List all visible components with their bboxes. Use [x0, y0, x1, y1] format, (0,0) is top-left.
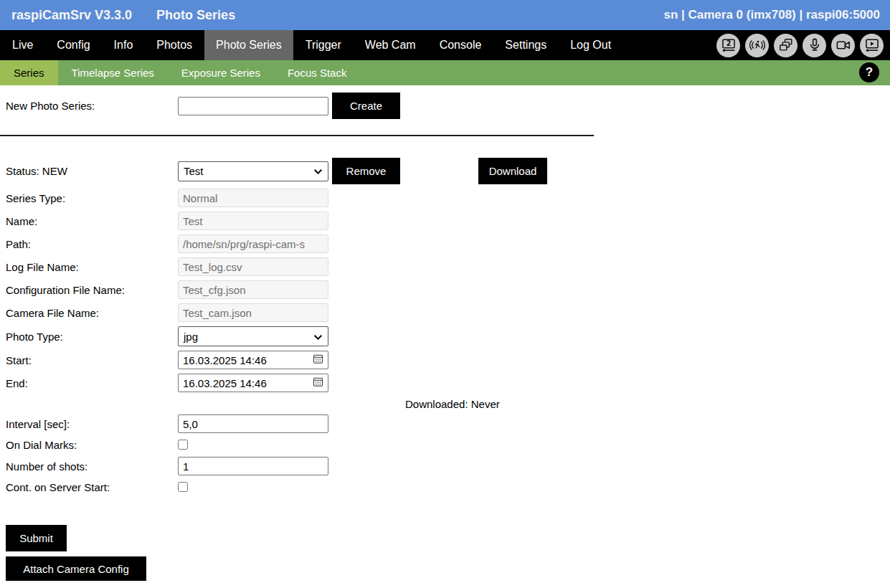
- remove-button[interactable]: Remove: [332, 158, 400, 184]
- new-photo-series-input[interactable]: [178, 97, 328, 115]
- downloaded-status: Downloaded: Never: [405, 398, 890, 410]
- log-file-name-field: [178, 257, 328, 276]
- on-dial-marks-checkbox[interactable]: [178, 440, 188, 450]
- video-camera-icon: [835, 37, 851, 53]
- nav-item-info[interactable]: Info: [103, 30, 145, 60]
- series-select-value: Test: [184, 165, 204, 177]
- calendar-icon: [313, 354, 323, 366]
- name-label: Name:: [6, 215, 178, 227]
- page-title: Photo Series: [156, 8, 235, 23]
- photo-series-button[interactable]: [774, 34, 797, 57]
- nav-item-live[interactable]: Live: [1, 30, 44, 60]
- tab-exposure-series[interactable]: Exposure Series: [168, 60, 274, 85]
- name-field: [178, 212, 328, 230]
- series-select[interactable]: Test: [178, 161, 328, 181]
- calendar-icon: [313, 376, 323, 389]
- series-type-label: Series Type:: [6, 192, 178, 204]
- nav-item-console[interactable]: Console: [428, 30, 493, 60]
- photo-type-select[interactable]: jpg: [178, 326, 328, 346]
- configuration-file-name-label: Configuration File Name:: [6, 284, 178, 296]
- submit-button[interactable]: Submit: [6, 525, 67, 551]
- log-file-name-label: Log File Name:: [6, 261, 178, 273]
- main-nav: Live Config Info Photos Photo Series Tri…: [0, 30, 890, 60]
- cont-on-server-start-checkbox[interactable]: [178, 482, 188, 492]
- title-bar: raspiCamSrv V3.3.0 Photo Series sn | Cam…: [0, 0, 890, 30]
- app-title: raspiCamSrv V3.3.0: [11, 8, 132, 23]
- nav-item-settings[interactable]: Settings: [493, 30, 558, 60]
- series-type-field: [178, 189, 328, 207]
- motion-detection-button[interactable]: [745, 34, 769, 57]
- create-button[interactable]: Create: [332, 93, 400, 119]
- end-datetime-value: 16.03.2025 14:46: [183, 377, 267, 389]
- section-divider: [0, 135, 594, 136]
- camera-file-name-label: Camera File Name:: [6, 307, 178, 319]
- attach-camera-config-button[interactable]: Attach Camera Config: [6, 556, 146, 581]
- tab-focus-stack[interactable]: Focus Stack: [274, 60, 361, 85]
- stream-player-button[interactable]: [860, 34, 884, 57]
- motion-detection-icon: [749, 37, 765, 53]
- nav-item-trigger[interactable]: Trigger: [294, 30, 353, 60]
- photo-type-value: jpg: [184, 331, 198, 343]
- download-button[interactable]: Download: [478, 158, 547, 184]
- chevron-down-icon: [313, 165, 323, 177]
- nav-item-web-cam[interactable]: Web Cam: [354, 30, 427, 60]
- camera-file-name-field: [178, 303, 328, 322]
- number-of-shots-input[interactable]: [178, 457, 328, 475]
- microphone-button[interactable]: [803, 34, 826, 57]
- photo-series-icon: [778, 37, 794, 53]
- nav-item-log-out[interactable]: Log Out: [559, 30, 622, 60]
- microphone-icon: [807, 37, 823, 53]
- new-photo-series-label: New Photo Series:: [6, 100, 178, 112]
- status-label: Status: NEW: [6, 165, 178, 177]
- stream-player-icon: [864, 37, 880, 53]
- nav-item-photos[interactable]: Photos: [145, 30, 204, 60]
- interval-label: Interval [sec]:: [6, 418, 178, 430]
- path-label: Path:: [6, 238, 178, 250]
- start-datetime-input[interactable]: 16.03.2025 14:46: [178, 351, 328, 369]
- session-info: sn | Camera 0 (imx708) | raspi06:5000: [663, 8, 880, 22]
- start-datetime-value: 16.03.2025 14:46: [183, 354, 267, 366]
- svg-text:2: 2: [726, 39, 731, 47]
- number-of-shots-label: Number of shots:: [6, 460, 178, 473]
- help-button[interactable]: ?: [859, 62, 879, 82]
- cont-on-server-start-label: Cont. on Server Start:: [6, 481, 178, 493]
- chevron-down-icon: [313, 331, 323, 343]
- tab-series[interactable]: Series: [0, 60, 58, 85]
- start-label: Start:: [6, 354, 178, 366]
- nav-item-config[interactable]: Config: [45, 30, 101, 60]
- on-dial-marks-label: On Dial Marks:: [6, 439, 178, 451]
- status-icons: 2: [716, 30, 890, 60]
- photo-series-form: New Photo Series: Create Status: NEW Tes…: [0, 85, 890, 581]
- path-field: [178, 234, 328, 253]
- configuration-file-name-field: [178, 280, 328, 299]
- end-datetime-input[interactable]: 16.03.2025 14:46: [178, 374, 328, 392]
- display-2-icon: 2: [721, 37, 737, 53]
- video-camera-button[interactable]: [831, 34, 855, 57]
- tab-timelapse-series[interactable]: Timelapse Series: [58, 60, 168, 85]
- sub-nav: Series Timelapse Series Exposure Series …: [0, 60, 890, 85]
- nav-item-photo-series[interactable]: Photo Series: [204, 30, 293, 60]
- display-2-button[interactable]: 2: [716, 34, 740, 57]
- end-label: End:: [6, 377, 178, 389]
- interval-input[interactable]: [178, 414, 328, 433]
- photo-type-label: Photo Type:: [6, 331, 178, 343]
